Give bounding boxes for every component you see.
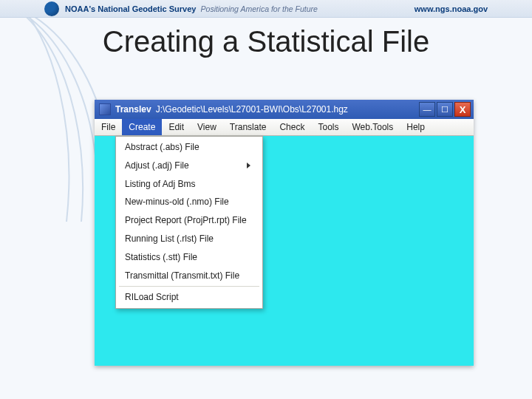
create-menu-item[interactable]: Statistics (.stt) File bbox=[116, 248, 262, 267]
menu-separator bbox=[119, 286, 259, 287]
app-icon bbox=[99, 103, 111, 115]
create-menu-item[interactable]: Listing of Adj Bms bbox=[116, 175, 262, 194]
create-menu-item[interactable]: New-minus-old (.nmo) File bbox=[116, 193, 262, 211]
titlebar[interactable]: Translev J:\Geodetic\Levels\L27001-BWI\O… bbox=[95, 100, 474, 119]
create-menu-item[interactable]: Project Report (ProjPrt.rpt) File bbox=[116, 211, 262, 230]
create-menu-dropdown: Abstract (.abs) FileAdjust (.adj) FileLi… bbox=[115, 136, 263, 309]
brand-main: National Geodetic Survey bbox=[98, 4, 196, 13]
translev-window: Translev J:\Geodetic\Levels\L27001-BWI\O… bbox=[95, 100, 474, 366]
create-menu-item[interactable]: Abstract (.abs) File bbox=[116, 138, 262, 157]
client-area: Abstract (.abs) FileAdjust (.adj) FileLi… bbox=[95, 136, 474, 366]
menu-item-label: Transmittal (Transmit.txt) File bbox=[125, 270, 239, 282]
menu-item-label: Listing of Adj Bms bbox=[125, 178, 195, 191]
menu-view[interactable]: View bbox=[191, 119, 223, 135]
slide-title: Creating a Statistical File bbox=[0, 25, 532, 58]
minimize-button[interactable]: ― bbox=[419, 102, 435, 117]
create-menu-item[interactable]: Adjust (.adj) File bbox=[116, 157, 262, 175]
menu-item-label: Running List (.rlst) File bbox=[125, 233, 214, 245]
menu-file[interactable]: File bbox=[95, 119, 122, 135]
brand-prefix: NOAA's bbox=[65, 4, 95, 13]
maximize-button[interactable]: ☐ bbox=[437, 102, 453, 117]
menu-item-label: Abstract (.abs) File bbox=[125, 141, 200, 154]
menu-web-tools[interactable]: Web.Tools bbox=[345, 119, 400, 135]
menu-item-label: RILoad Script bbox=[125, 291, 179, 304]
menu-help[interactable]: Help bbox=[400, 119, 432, 135]
create-menu-item[interactable]: RILoad Script bbox=[116, 288, 262, 307]
window-controls: ― ☐ X bbox=[419, 102, 471, 117]
noaa-brand: NOAA's National Geodetic Survey Position… bbox=[65, 4, 318, 13]
app-name: Translev bbox=[115, 104, 151, 115]
menu-check[interactable]: Check bbox=[273, 119, 311, 135]
menu-item-label: Adjust (.adj) File bbox=[125, 160, 189, 172]
menu-item-label: Project Report (ProjPrt.rpt) File bbox=[125, 214, 247, 227]
menu-translate[interactable]: Translate bbox=[223, 119, 273, 135]
noaa-url: www.ngs.noaa.gov bbox=[415, 4, 488, 13]
menu-item-label: New-minus-old (.nmo) File bbox=[125, 196, 229, 208]
noaa-header: NOAA's National Geodetic Survey Position… bbox=[0, 0, 532, 18]
submenu-arrow-icon bbox=[247, 163, 250, 168]
menubar: FileCreateEditViewTranslateCheckToolsWeb… bbox=[95, 119, 474, 136]
brand-tagline: Positioning America for the Future bbox=[201, 4, 318, 13]
close-button[interactable]: X bbox=[454, 102, 471, 117]
menu-create[interactable]: Create bbox=[122, 119, 162, 135]
create-menu-item[interactable]: Running List (.rlst) File bbox=[116, 230, 262, 248]
menu-edit[interactable]: Edit bbox=[162, 119, 191, 135]
file-path: J:\Geodetic\Levels\L27001-BWI\Obs\L27001… bbox=[156, 104, 416, 115]
menu-tools[interactable]: Tools bbox=[311, 119, 345, 135]
noaa-logo-icon bbox=[44, 1, 59, 16]
create-menu-item[interactable]: Transmittal (Transmit.txt) File bbox=[116, 267, 262, 285]
menu-item-label: Statistics (.stt) File bbox=[125, 251, 197, 264]
